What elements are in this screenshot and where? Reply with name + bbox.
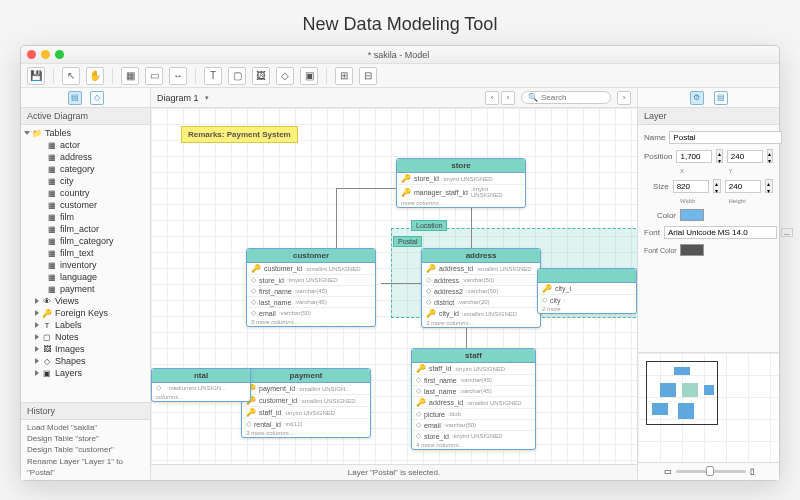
tree-table-item[interactable]: ▦language [21,271,150,283]
save-icon[interactable]: 💾 [27,67,45,85]
remark-note[interactable]: Remarks: Payment System [181,126,298,143]
hand-tool-icon[interactable]: ✋ [86,67,104,85]
entity-column-row[interactable]: ◇district:varchar(20) [422,297,540,308]
tree-table-item[interactable]: ▦category [21,163,150,175]
entity-column-row[interactable]: 🔑city_i: [538,283,636,295]
tree-table-item[interactable]: ▦address [21,151,150,163]
layer-name-input[interactable] [669,131,782,144]
next-page-button[interactable]: › [501,91,515,105]
properties-tab-icon[interactable]: ⚙ [690,91,704,105]
font-picker-button[interactable]: ... [781,228,793,237]
entity-column-row[interactable]: 🔑address_id:smallint UNSIGNED [422,263,540,275]
entity-column-row[interactable]: ◇city: [538,295,636,305]
tree-table-item[interactable]: ▦film [21,211,150,223]
entity-column-row[interactable]: 🔑staff_id:tinyint UNSIGNED [242,407,370,419]
entity-column-row[interactable]: ◇rental_id:int(11) [242,419,370,429]
entity-column-row[interactable]: ◇address2:varchar(50) [422,286,540,297]
color-swatch[interactable] [680,209,704,221]
tree-table-item[interactable]: ▦film_category [21,235,150,247]
search-field[interactable]: 🔍 [521,91,611,104]
disclosure-icon[interactable] [35,370,39,376]
close-window-button[interactable] [27,50,36,59]
stepper-icon[interactable]: ▴▾ [765,179,773,193]
history-item[interactable]: Load Model "sakila" [27,422,144,433]
diagram-canvas[interactable]: Remarks: Payment System Location Postal … [151,108,637,464]
entity-customer[interactable]: customer 🔑customer_id:smallint UNSIGNED◇… [246,248,376,327]
entity-payment[interactable]: payment 🔑payment_id:smallint UNSIGN...🔑c… [241,368,371,438]
prev-page-button[interactable]: ‹ [485,91,499,105]
dropdown-icon[interactable]: ▾ [205,94,209,102]
history-item[interactable]: Design Table "store" [27,433,144,444]
disclosure-icon[interactable] [35,310,39,316]
diagram-selector[interactable]: Diagram 1 [157,93,199,103]
tree-table-item[interactable]: ▦inventory [21,259,150,271]
tree-group-item[interactable]: 🖼Images [21,343,150,355]
search-input[interactable] [541,93,601,102]
zoom-out-button[interactable]: ▭ [664,467,672,476]
stepper-icon[interactable]: ▴▾ [716,149,722,163]
entity-column-row[interactable]: 🔑store_id:tinyint UNSIGNED [397,173,525,185]
tree-table-item[interactable]: ▦actor [21,139,150,151]
diagram-tab-icon[interactable]: ◇ [90,91,104,105]
disclosure-icon[interactable] [35,298,39,304]
disclosure-icon[interactable] [35,346,39,352]
font-input[interactable] [664,226,777,239]
align-tool-icon[interactable]: ⊞ [335,67,353,85]
entity-store[interactable]: store 🔑store_id:tinyint UNSIGNED🔑manager… [396,158,526,208]
label-tool-icon[interactable]: T [204,67,222,85]
tree-table-item[interactable]: ▦country [21,187,150,199]
stepper-icon[interactable]: ▴▾ [767,149,773,163]
tree-table-item[interactable]: ▦customer [21,199,150,211]
auto-layout-icon[interactable]: ⊟ [359,67,377,85]
font-color-swatch[interactable] [680,244,704,256]
history-item[interactable]: Rename Layer "Layer 1" to "Postal" [27,456,144,478]
entity-column-row[interactable]: 🔑payment_id:smallint UNSIGN... [242,383,370,395]
entity-column-row[interactable]: ◇store_id:tinyint UNSIGNED [412,431,535,441]
tree-table-item[interactable]: ▦film_actor [21,223,150,235]
entity-column-row[interactable]: ◇last_name:varchar(45) [412,386,535,397]
entity-column-row[interactable]: 🔑customer_id:smallint UNSIGNED [247,263,375,275]
tree-group-item[interactable]: 🔑Foreign Keys [21,307,150,319]
table-tool-icon[interactable]: ▦ [121,67,139,85]
tree-group-item[interactable]: ◇Shapes [21,355,150,367]
entity-city[interactable]: 🔑city_i:◇city: 2 more [537,268,637,314]
entity-column-row[interactable]: ◇first_name:varchar(45) [247,286,375,297]
pointer-tool-icon[interactable]: ↖ [62,67,80,85]
layer-tool-icon[interactable]: ▣ [300,67,318,85]
entity-column-row[interactable]: ◇first_name:varchar(45) [412,375,535,386]
entity-column-row[interactable]: 🔑address_id:smallint UNSIGNED [412,397,535,409]
pos-y-input[interactable] [727,150,763,163]
note-tool-icon[interactable]: ▢ [228,67,246,85]
pos-x-input[interactable] [676,150,712,163]
tree-table-item[interactable]: ▦film_text [21,247,150,259]
view-tool-icon[interactable]: ▭ [145,67,163,85]
zoom-in-button[interactable]: ▯ [750,467,754,476]
open-inspector-button[interactable]: › [617,91,631,105]
entity-address[interactable]: address 🔑address_id:smallint UNSIGNED◇ad… [421,248,541,328]
entity-column-row[interactable]: ◇email:varchar(50) [412,420,535,431]
history-item[interactable]: Design Table "customer" [27,444,144,455]
image-tool-icon[interactable]: 🖼 [252,67,270,85]
entity-staff[interactable]: staff 🔑staff_id:tinyint UNSIGNED◇first_n… [411,348,536,450]
entity-column-row[interactable]: ◇last_name:varchar(45) [247,297,375,308]
width-input[interactable] [673,180,709,193]
tree-group-item[interactable]: ▣Layers [21,367,150,379]
format-tab-icon[interactable]: ▤ [714,91,728,105]
model-tab-icon[interactable]: ▤ [68,91,82,105]
entity-column-row[interactable]: ◇:mediumint UNSIGN... [152,383,250,393]
tree-group-item[interactable]: ▢Notes [21,331,150,343]
zoom-window-button[interactable] [55,50,64,59]
entity-column-row[interactable]: 🔑staff_id:tinyint UNSIGNED [412,363,535,375]
tree-group-item[interactable]: TLabels [21,319,150,331]
minimize-window-button[interactable] [41,50,50,59]
tree-table-item[interactable]: ▦payment [21,283,150,295]
zoom-slider[interactable] [676,470,746,473]
disclosure-icon[interactable] [24,131,30,135]
entity-column-row[interactable]: 🔑customer_id:smallint UNSIGNED [242,395,370,407]
height-input[interactable] [725,180,761,193]
entity-column-row[interactable]: 🔑city_id:smallint UNSIGNED [422,308,540,319]
tree-tables-node[interactable]: 📁Tables [21,127,150,139]
entity-column-row[interactable]: ◇address:varchar(50) [422,275,540,286]
entity-column-row[interactable]: ◇picture:blob [412,409,535,420]
disclosure-icon[interactable] [35,334,39,340]
